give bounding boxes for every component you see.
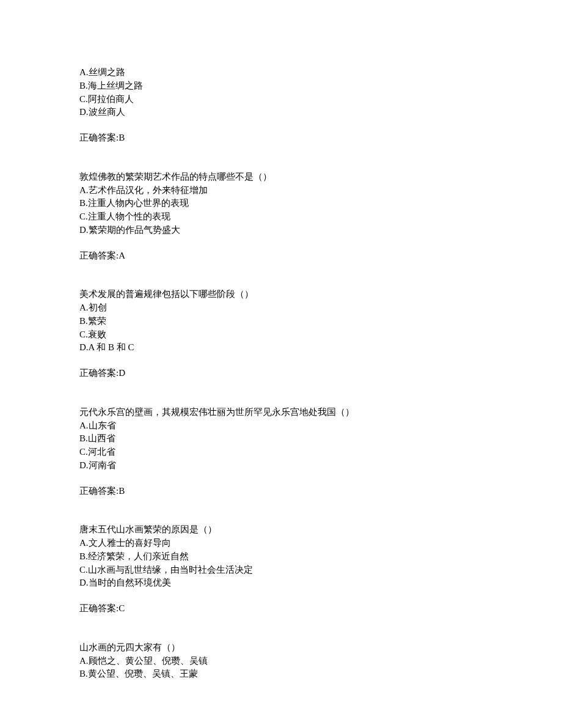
question-6: 山水画的元四大家有（） A.顾恺之、黄公望、倪瓒、吴镇 B.黄公望、倪瓒、吴镇、… — [79, 641, 483, 681]
answer-text: 正确答案:B — [79, 131, 483, 145]
answer-text: 正确答案:B — [79, 485, 483, 498]
option-text: C.阿拉伯商人 — [79, 93, 483, 106]
option-text: C.山水画与乱世结缘，由当时社会生活决定 — [79, 564, 483, 577]
option-text: D.河南省 — [79, 459, 483, 472]
option-text: A.文人雅士的喜好导向 — [79, 537, 483, 550]
option-text: D.波丝商人 — [79, 106, 483, 119]
option-text: D.A 和 B 和 C — [79, 341, 483, 355]
option-text: C.河北省 — [79, 446, 483, 459]
option-text: A.丝绸之路 — [79, 66, 483, 79]
option-text: B.繁荣 — [79, 315, 483, 328]
question-stem: 美术发展的普遍规律包括以下哪些阶段（） — [79, 288, 483, 301]
option-text: C.注重人物个性的表现 — [79, 210, 483, 224]
option-text: B.山西省 — [79, 432, 483, 446]
question-3: 美术发展的普遍规律包括以下哪些阶段（） A.初创 B.繁荣 C.衰败 D.A 和… — [79, 288, 483, 380]
option-text: B.海上丝绸之路 — [79, 79, 483, 93]
option-text: B.注重人物内心世界的表现 — [79, 197, 483, 210]
question-stem: 唐末五代山水画繁荣的原因是（） — [79, 523, 483, 537]
option-text: C.衰败 — [79, 328, 483, 342]
option-text: A.艺术作品汉化，外来特征增加 — [79, 184, 483, 197]
option-text: A.山东省 — [79, 419, 483, 433]
option-text: A.顾恺之、黄公望、倪瓒、吴镇 — [79, 655, 483, 668]
option-text: D.繁荣期的作品气势盛大 — [79, 224, 483, 237]
question-stem: 山水画的元四大家有（） — [79, 641, 483, 655]
answer-text: 正确答案:A — [79, 249, 483, 263]
question-2: 敦煌佛教的繁荣期艺术作品的特点哪些不是（） A.艺术作品汉化，外来特征增加 B.… — [79, 171, 483, 263]
option-text: B.黄公望、倪瓒、吴镇、王蒙 — [79, 667, 483, 681]
question-5: 唐末五代山水画繁荣的原因是（） A.文人雅士的喜好导向 B.经济繁荣，人们亲近自… — [79, 523, 483, 616]
option-text: A.初创 — [79, 301, 483, 315]
option-text: B.经济繁荣，人们亲近自然 — [79, 550, 483, 564]
question-1: A.丝绸之路 B.海上丝绸之路 C.阿拉伯商人 D.波丝商人 正确答案:B — [79, 66, 483, 145]
question-stem: 敦煌佛教的繁荣期艺术作品的特点哪些不是（） — [79, 171, 483, 184]
question-4: 元代永乐宫的壁画，其规模宏伟壮丽为世所罕见永乐宫地处我国（） A.山东省 B.山… — [79, 406, 483, 498]
option-text: D.当时的自然环境优美 — [79, 576, 483, 590]
question-stem: 元代永乐宫的壁画，其规模宏伟壮丽为世所罕见永乐宫地处我国（） — [79, 406, 483, 419]
answer-text: 正确答案:C — [79, 602, 483, 616]
answer-text: 正确答案:D — [79, 367, 483, 380]
